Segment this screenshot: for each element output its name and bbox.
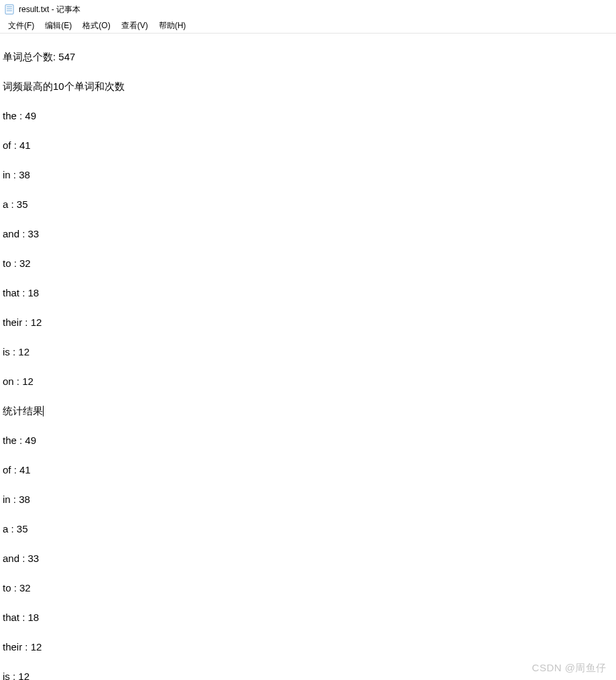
window-title: result.txt - 记事本 <box>19 4 80 15</box>
top10-line: to : 32 <box>3 256 613 271</box>
top10-header: 词频最高的10个单词和次数 <box>3 79 613 94</box>
menu-format[interactable]: 格式(O) <box>77 19 115 33</box>
menu-edit[interactable]: 编辑(E) <box>40 19 77 33</box>
stats-line: a : 35 <box>3 522 613 536</box>
stats-line: the : 49 <box>3 433 613 448</box>
menu-view[interactable]: 查看(V) <box>116 19 153 33</box>
stats-header: 统计结果 <box>3 404 613 418</box>
stats-line: of : 41 <box>3 463 613 477</box>
stats-line: that : 18 <box>3 610 613 625</box>
stats-line: to : 32 <box>3 581 613 596</box>
top10-line: is : 12 <box>3 345 613 359</box>
stats-line: their : 12 <box>3 640 613 655</box>
top10-line: and : 33 <box>3 227 613 241</box>
top10-line: the : 49 <box>3 109 613 123</box>
menu-file[interactable]: 文件(F) <box>3 19 40 33</box>
stats-line: in : 38 <box>3 492 613 507</box>
stats-line: and : 33 <box>3 551 613 566</box>
menu-help[interactable]: 帮助(H) <box>153 19 192 33</box>
top10-line: a : 35 <box>3 197 613 212</box>
top10-line: that : 18 <box>3 286 613 300</box>
top10-line: on : 12 <box>3 374 613 389</box>
top10-line: their : 12 <box>3 315 613 330</box>
stats-line: is : 12 <box>3 669 613 680</box>
notepad-icon <box>4 4 15 15</box>
text-area[interactable]: 单词总个数: 547 词频最高的10个单词和次数 the : 49 of : 4… <box>0 34 616 680</box>
svg-rect-0 <box>5 5 13 14</box>
menubar: 文件(F) 编辑(E) 格式(O) 查看(V) 帮助(H) <box>0 19 616 34</box>
titlebar: result.txt - 记事本 <box>0 0 616 19</box>
top10-line: of : 41 <box>3 138 613 153</box>
total-count-line: 单词总个数: 547 <box>3 50 613 64</box>
top10-line: in : 38 <box>3 168 613 182</box>
